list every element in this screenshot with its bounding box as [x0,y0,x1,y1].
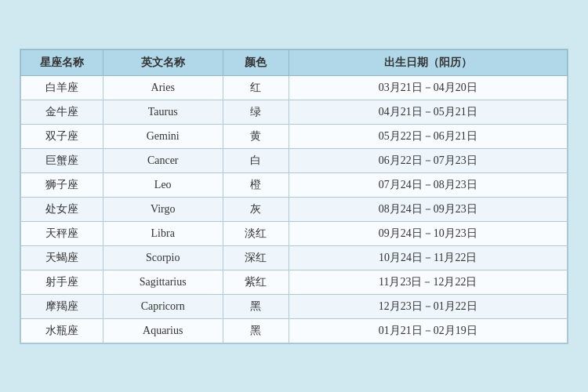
cell-date: 10月24日－11月22日 [289,245,568,270]
cell-chinese-name: 摩羯座 [21,294,103,318]
cell-color: 黄 [223,124,289,148]
cell-english-name: Scorpio [103,245,223,270]
table-row: 双子座Gemini黄05月22日－06月21日 [21,124,568,148]
cell-color: 白 [223,148,289,172]
table-row: 处女座Virgo灰08月24日－09月23日 [21,197,568,221]
cell-date: 11月23日－12月22日 [289,270,568,294]
table-row: 天蝎座Scorpio深红10月24日－11月22日 [21,245,568,270]
table-row: 狮子座Leo橙07月24日－08月23日 [21,172,568,197]
cell-english-name: Aries [103,75,223,100]
table-row: 金牛座Taurus绿04月21日－05月21日 [21,100,568,124]
cell-english-name: Cancer [103,148,223,172]
cell-english-name: Taurus [103,100,223,124]
cell-english-name: Aquarius [103,318,223,343]
cell-english-name: Sagittarius [103,270,223,294]
header-english-name: 英文名称 [103,49,223,75]
cell-english-name: Libra [103,221,223,245]
table-row: 摩羯座Capricorn黑12月23日－01月22日 [21,294,568,318]
cell-date: 07月24日－08月23日 [289,172,568,197]
cell-chinese-name: 巨蟹座 [21,148,103,172]
zodiac-table-container: 星座名称 英文名称 颜色 出生日期（阳历） 白羊座Aries红03月21日－04… [20,49,568,344]
table-row: 水瓶座Aquarius黑01月21日－02月19日 [21,318,568,343]
cell-chinese-name: 白羊座 [21,75,103,100]
cell-color: 灰 [223,197,289,221]
cell-color: 黑 [223,294,289,318]
cell-chinese-name: 处女座 [21,197,103,221]
cell-chinese-name: 狮子座 [21,172,103,197]
cell-chinese-name: 天蝎座 [21,245,103,270]
cell-chinese-name: 天秤座 [21,221,103,245]
table-row: 白羊座Aries红03月21日－04月20日 [21,75,568,100]
cell-date: 12月23日－01月22日 [289,294,568,318]
zodiac-table: 星座名称 英文名称 颜色 出生日期（阳历） 白羊座Aries红03月21日－04… [20,49,568,343]
cell-date: 01月21日－02月19日 [289,318,568,343]
cell-color: 橙 [223,172,289,197]
cell-date: 04月21日－05月21日 [289,100,568,124]
cell-chinese-name: 金牛座 [21,100,103,124]
cell-color: 黑 [223,318,289,343]
cell-english-name: Gemini [103,124,223,148]
cell-color: 绿 [223,100,289,124]
header-color: 颜色 [223,49,289,75]
cell-chinese-name: 双子座 [21,124,103,148]
cell-date: 03月21日－04月20日 [289,75,568,100]
cell-date: 08月24日－09月23日 [289,197,568,221]
header-date: 出生日期（阳历） [289,49,568,75]
cell-color: 淡红 [223,221,289,245]
cell-chinese-name: 射手座 [21,270,103,294]
cell-date: 05月22日－06月21日 [289,124,568,148]
cell-english-name: Virgo [103,197,223,221]
cell-english-name: Leo [103,172,223,197]
cell-color: 紫红 [223,270,289,294]
table-header-row: 星座名称 英文名称 颜色 出生日期（阳历） [21,49,568,75]
table-row: 射手座Sagittarius紫红11月23日－12月22日 [21,270,568,294]
table-row: 天秤座Libra淡红09月24日－10月23日 [21,221,568,245]
cell-date: 09月24日－10月23日 [289,221,568,245]
cell-english-name: Capricorn [103,294,223,318]
cell-date: 06月22日－07月23日 [289,148,568,172]
header-chinese-name: 星座名称 [21,49,103,75]
cell-color: 红 [223,75,289,100]
table-row: 巨蟹座Cancer白06月22日－07月23日 [21,148,568,172]
cell-color: 深红 [223,245,289,270]
cell-chinese-name: 水瓶座 [21,318,103,343]
